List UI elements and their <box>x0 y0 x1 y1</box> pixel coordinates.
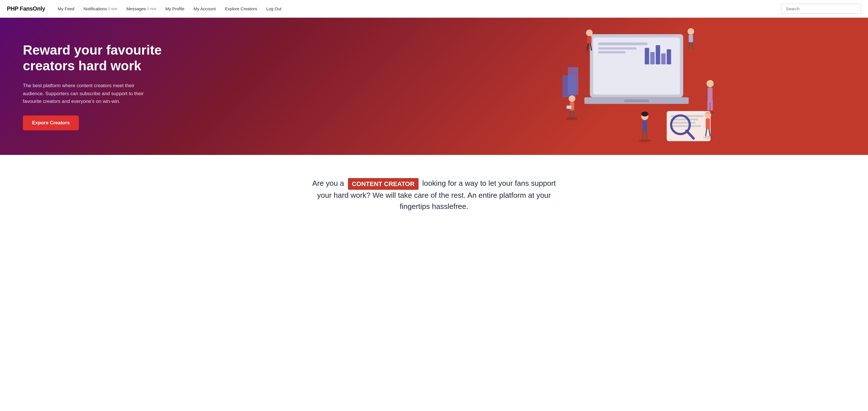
svg-rect-11 <box>624 99 649 102</box>
svg-rect-1 <box>593 37 680 95</box>
svg-line-41 <box>643 131 644 138</box>
svg-point-25 <box>688 28 694 35</box>
nav-item-my-feed[interactable]: My Feed <box>54 0 78 18</box>
svg-rect-26 <box>689 35 693 42</box>
svg-rect-0 <box>590 34 683 97</box>
explore-creators-button[interactable]: Expore Creators <box>23 116 79 130</box>
hero-description: The best platform where content creators… <box>23 82 149 105</box>
nav-item-explore-creators[interactable]: Explore Creators <box>222 0 261 18</box>
svg-point-19 <box>671 116 690 134</box>
svg-point-29 <box>707 80 714 87</box>
svg-point-21 <box>586 29 593 36</box>
svg-line-37 <box>573 110 575 117</box>
svg-line-36 <box>570 110 571 117</box>
svg-rect-31 <box>707 100 710 110</box>
content-text: Are you a CONTENT CREATOR looking for a … <box>305 178 563 212</box>
svg-point-33 <box>569 95 576 102</box>
hero-section: Reward your favourite creators hard work… <box>0 18 868 155</box>
svg-rect-44 <box>706 118 710 129</box>
nav-item-notifications[interactable]: Notifications 0 new <box>80 0 121 18</box>
svg-rect-10 <box>584 97 689 104</box>
svg-rect-8 <box>661 54 665 64</box>
svg-line-27 <box>689 42 690 48</box>
hero-content: Reward your favourite creators hard work… <box>23 42 183 130</box>
svg-point-39 <box>641 112 648 116</box>
brand-logo[interactable]: PHP FansOnly <box>7 5 45 12</box>
search-container <box>781 4 861 14</box>
svg-rect-32 <box>710 100 713 110</box>
svg-point-38 <box>641 113 648 120</box>
svg-rect-15 <box>671 115 704 117</box>
svg-point-43 <box>705 112 711 118</box>
svg-rect-18 <box>671 125 701 127</box>
pre-badge-text: Are you a <box>312 179 344 188</box>
hero-title: Reward your favourite creators hard work <box>23 42 183 74</box>
svg-rect-30 <box>708 88 712 103</box>
svg-rect-35 <box>567 105 571 109</box>
svg-line-45 <box>706 129 707 136</box>
svg-line-24 <box>590 44 592 50</box>
svg-line-23 <box>587 44 588 50</box>
svg-rect-6 <box>650 52 655 64</box>
content-creator-badge: CONTENT CREATOR <box>348 178 418 190</box>
svg-rect-12 <box>562 75 576 97</box>
svg-rect-17 <box>671 122 695 124</box>
content-section: Are you a CONTENT CREATOR looking for a … <box>0 155 868 235</box>
svg-point-50 <box>703 136 713 139</box>
svg-rect-16 <box>671 119 699 120</box>
svg-rect-34 <box>570 102 574 111</box>
nav-item-my-profile[interactable]: My Profile <box>162 0 188 18</box>
svg-line-28 <box>692 42 693 48</box>
svg-point-47 <box>566 117 578 121</box>
nav-item-messages[interactable]: Messages 0 new <box>123 0 159 18</box>
navbar: PHP FansOnly My Feed Notifications 0 new… <box>0 0 868 18</box>
svg-rect-4 <box>598 51 625 54</box>
nav-item-my-account[interactable]: My Account <box>190 0 219 18</box>
svg-rect-13 <box>568 67 578 95</box>
svg-rect-22 <box>587 36 592 44</box>
search-input[interactable] <box>781 4 861 14</box>
svg-rect-40 <box>643 120 647 131</box>
svg-line-46 <box>709 129 710 136</box>
svg-rect-5 <box>645 48 649 65</box>
svg-line-42 <box>646 131 647 138</box>
hero-illustration <box>411 18 862 155</box>
svg-point-49 <box>706 112 715 114</box>
svg-rect-2 <box>598 42 648 45</box>
svg-point-48 <box>639 139 651 143</box>
svg-rect-9 <box>667 49 671 64</box>
nav-menu: My Feed Notifications 0 new Messages 0 n… <box>54 0 781 18</box>
nav-item-log-out[interactable]: Log Out <box>263 0 285 18</box>
svg-rect-14 <box>667 111 711 141</box>
svg-rect-7 <box>656 45 660 64</box>
svg-line-20 <box>686 131 693 138</box>
svg-rect-3 <box>598 48 637 50</box>
